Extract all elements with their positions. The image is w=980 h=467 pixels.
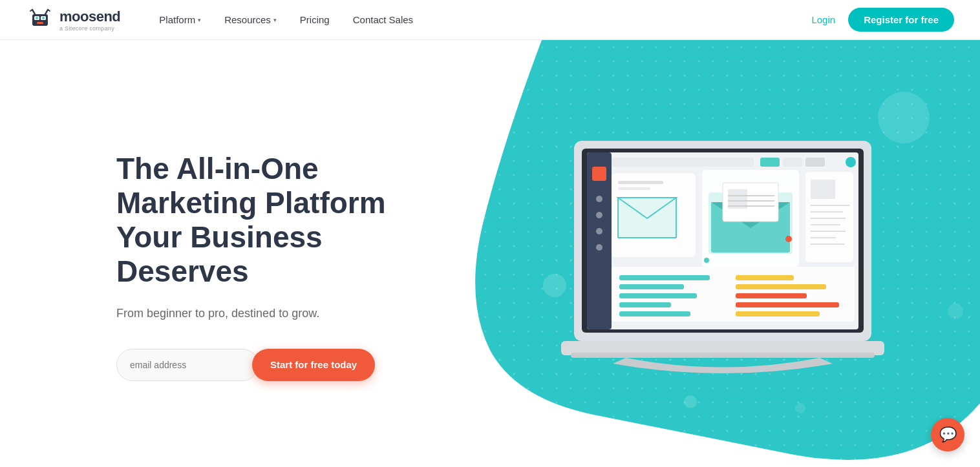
hero-subtext: From beginner to pro, destined to grow. (116, 307, 414, 320)
svg-rect-71 (571, 353, 875, 358)
hero-content: The All-in-One Marketing Platform Your B… (0, 40, 465, 467)
svg-rect-63 (619, 302, 671, 307)
svg-rect-67 (736, 293, 807, 298)
svg-point-24 (596, 228, 602, 234)
svg-rect-6 (37, 22, 43, 24)
chat-icon: 💬 (939, 426, 957, 443)
svg-rect-26 (612, 158, 754, 167)
navbar: moosend a Sitecore company Platform ▾ Re… (0, 0, 980, 40)
svg-point-4 (36, 17, 38, 19)
svg-rect-64 (619, 311, 690, 317)
svg-point-22 (596, 196, 602, 202)
login-link[interactable]: Login (811, 14, 835, 25)
svg-rect-62 (619, 293, 697, 298)
resources-arrow-icon: ▾ (273, 17, 277, 23)
svg-point-14 (948, 304, 963, 319)
nav-contact-sales[interactable]: Contact Sales (353, 14, 413, 25)
nav-pricing[interactable]: Pricing (300, 14, 330, 25)
svg-rect-33 (618, 187, 650, 190)
nav-platform[interactable]: Platform ▾ (159, 14, 201, 25)
hero-illustration (465, 40, 980, 467)
svg-point-25 (596, 244, 602, 251)
svg-rect-29 (805, 158, 825, 167)
hero-section: The All-in-One Marketing Platform Your B… (0, 40, 980, 467)
svg-rect-1 (32, 14, 48, 26)
svg-rect-69 (736, 311, 820, 317)
svg-point-30 (846, 157, 856, 167)
svg-rect-60 (619, 275, 710, 280)
svg-rect-21 (592, 167, 606, 181)
svg-point-49 (704, 258, 709, 263)
svg-rect-51 (811, 180, 835, 199)
svg-rect-27 (760, 158, 780, 167)
logo[interactable]: moosend a Sitecore company (26, 6, 120, 34)
hero-form: Start for free today (116, 349, 414, 381)
svg-rect-66 (736, 284, 826, 289)
logo-icon (26, 6, 54, 34)
laptop-illustration (535, 128, 910, 406)
nav-links: Platform ▾ Resources ▾ Pricing Contact S… (159, 14, 413, 25)
svg-rect-68 (736, 302, 839, 307)
svg-point-48 (785, 236, 792, 242)
svg-rect-61 (619, 284, 684, 289)
chat-button[interactable]: 💬 (931, 418, 964, 451)
hero-heading: The All-in-One Marketing Platform Your B… (116, 152, 414, 289)
svg-point-23 (596, 212, 602, 218)
svg-rect-32 (618, 181, 663, 184)
register-button[interactable]: Register for free (848, 8, 954, 32)
email-input[interactable] (116, 349, 259, 381)
logo-name: moosend (59, 8, 120, 25)
nav-right: Login Register for free (811, 8, 954, 32)
nav-resources[interactable]: Resources ▾ (224, 14, 277, 25)
svg-point-5 (42, 17, 45, 19)
svg-rect-65 (736, 275, 794, 280)
svg-rect-28 (783, 158, 802, 167)
logo-subtitle: a Sitecore company (59, 25, 120, 32)
platform-arrow-icon: ▾ (198, 17, 201, 23)
start-free-button[interactable]: Start for free today (252, 349, 375, 381)
